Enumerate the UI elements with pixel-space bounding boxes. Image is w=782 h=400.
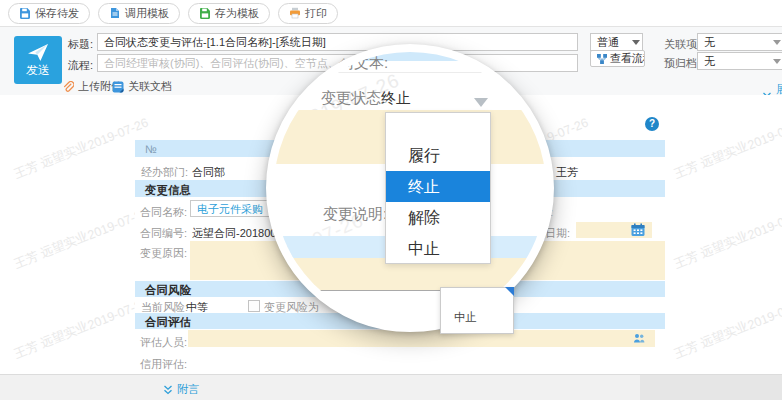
mag-status-value[interactable]: 终止: [381, 89, 411, 108]
send-label: 发送: [26, 62, 50, 79]
postscript-label: 附言: [177, 382, 199, 397]
view-flow-button[interactable]: 查看流程: [590, 50, 645, 67]
print-label: 打印: [305, 6, 327, 21]
evaluator-input[interactable]: [188, 330, 655, 347]
footer-right-panel: [640, 375, 782, 400]
contract-name-label: 合同名称:: [140, 205, 187, 220]
section-eval-title: 合同评估: [145, 315, 191, 330]
related-doc-link[interactable]: 关联文档: [112, 79, 172, 94]
evaluator-row: 评估人员:: [135, 329, 665, 350]
calendar-icon[interactable]: [631, 223, 645, 237]
people-icon[interactable]: [633, 333, 645, 344]
save-icon: [19, 7, 31, 19]
dropdown-option[interactable]: 中止: [386, 233, 490, 264]
app-window: 保存待发 调用模板 存为模板 打印 发送 标题: 合同状态变更与评估-[1.1合…: [0, 0, 782, 400]
toolbar: 保存待发 调用模板 存为模板 打印: [0, 0, 782, 27]
load-template-button[interactable]: 调用模板: [98, 3, 180, 24]
related-project-value: 无: [704, 36, 715, 48]
peek-option[interactable]: 中止: [454, 310, 477, 325]
send-plane-icon: [27, 42, 49, 62]
load-template-label: 调用模板: [125, 6, 169, 21]
mag-status-label: 变更状态:: [321, 89, 385, 108]
prearchive-value: 无: [704, 55, 715, 67]
change-reason-label: 变更原因:: [140, 246, 187, 261]
priority-caret-icon: [632, 40, 640, 45]
load-template-icon: [109, 7, 121, 19]
dropdown-option[interactable]: 履行: [386, 140, 490, 171]
risk-checkbox[interactable]: [248, 300, 260, 312]
dept-label: 经办部门:: [141, 165, 188, 180]
selected-corner-icon: [505, 287, 514, 296]
priority-value: 普通: [597, 36, 619, 48]
contract-no-label: 合同编号:: [140, 226, 187, 241]
footer-bar: 附言: [0, 374, 782, 400]
save-template-icon: [199, 7, 211, 19]
status-dropdown: 履行 终止 解除 中止: [385, 112, 491, 264]
related-project-select[interactable]: 无: [697, 33, 782, 51]
form-number: №: [145, 143, 157, 155]
mag-note-label: 变更说明:: [323, 205, 387, 224]
title-input[interactable]: 合同状态变更与评估-[1.1合同名称]-[系统日期]: [97, 33, 578, 51]
view-flow-icon: [597, 54, 607, 64]
section-risk-title: 合同风险: [145, 283, 191, 298]
linked-doc-icon: [112, 81, 124, 93]
section-change-info-title: 变更信息: [145, 183, 191, 198]
prearchive-caret-icon: [773, 59, 781, 64]
status-dropdown-peek[interactable]: 中止: [440, 287, 514, 334]
dropdown-option-selected[interactable]: 终止: [386, 171, 490, 202]
credit-label: 信用评估:: [140, 357, 187, 372]
title-label: 标题:: [68, 37, 93, 52]
chevron-double-down-icon: [163, 385, 173, 395]
print-button[interactable]: 打印: [278, 3, 338, 24]
view-flow-label: 查看流程: [610, 50, 645, 67]
credit-row: 信用评估:: [135, 350, 665, 374]
save-pending-label: 保存待发: [35, 6, 79, 21]
save-pending-button[interactable]: 保存待发: [8, 3, 90, 24]
postscript-link[interactable]: 附言: [163, 382, 199, 397]
related-project-caret-icon: [773, 40, 781, 45]
send-button[interactable]: 发送: [14, 36, 62, 84]
dept-value: 合同部: [192, 165, 225, 180]
mag-caret-down-icon[interactable]: [474, 98, 488, 107]
save-template-label: 存为模板: [215, 6, 259, 21]
flow-label: 流程:: [68, 58, 93, 73]
save-template-button[interactable]: 存为模板: [188, 3, 270, 24]
print-icon: [289, 7, 301, 19]
prearchive-select[interactable]: 无: [697, 52, 782, 70]
related-doc-label: 关联文档: [128, 79, 172, 94]
help-icon[interactable]: ?: [645, 117, 659, 131]
dropdown-option[interactable]: 解除: [386, 202, 490, 233]
handler-value: 王芳: [556, 165, 578, 180]
paperclip-icon: [62, 81, 74, 93]
evaluator-label: 评估人员:: [140, 335, 187, 350]
